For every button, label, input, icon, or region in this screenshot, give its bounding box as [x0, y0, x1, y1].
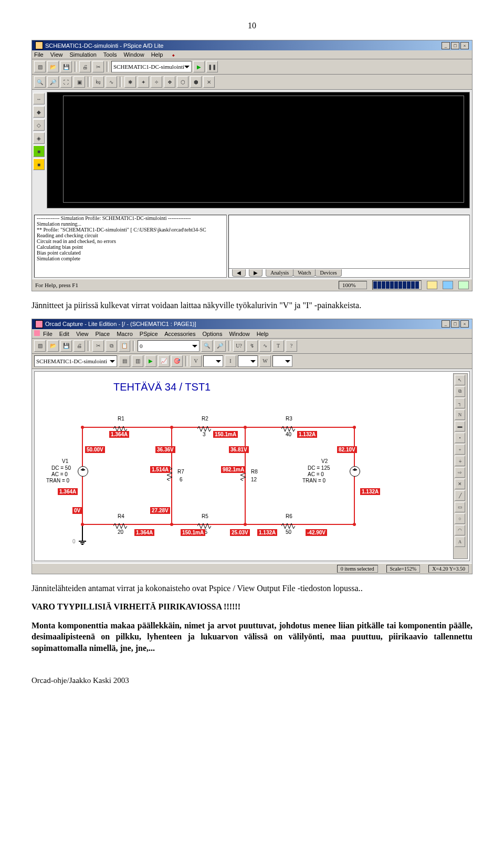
tool-g-icon[interactable]: ✕: [203, 76, 215, 88]
marker-icon[interactable]: 🎯: [171, 355, 183, 367]
cursor-icon[interactable]: ↔: [33, 93, 45, 104]
tool-f-icon[interactable]: ⬢: [190, 76, 202, 88]
paste-icon[interactable]: 📋: [119, 340, 130, 352]
ground-symbol[interactable]: [79, 538, 86, 545]
bus-icon[interactable]: ▬: [455, 421, 465, 432]
junction-icon[interactable]: •: [455, 433, 465, 443]
simulation-profile-dropdown[interactable]: SCHEMATIC1-DC-simulointi: [111, 61, 192, 72]
select-icon[interactable]: ↖: [455, 375, 465, 385]
v2-source[interactable]: [350, 466, 360, 477]
edit-sim-icon[interactable]: ▥: [132, 355, 143, 367]
part-icon[interactable]: ⧉: [455, 386, 465, 397]
power-icon[interactable]: +: [455, 444, 465, 455]
pause-icon[interactable]: ❚❚: [206, 61, 218, 72]
marker-1-icon[interactable]: ◆: [33, 106, 45, 118]
tool-d-icon[interactable]: ❖: [164, 76, 175, 88]
open-file-icon[interactable]: 📂: [47, 61, 59, 72]
save-icon[interactable]: 💾: [60, 61, 72, 72]
cut-icon[interactable]: ✂: [92, 340, 104, 352]
minimize-button[interactable]: _: [442, 42, 450, 49]
close-button[interactable]: ×: [460, 320, 469, 328]
marker-3-icon[interactable]: ◈: [33, 132, 45, 144]
menu-simulation[interactable]: Simulation: [70, 51, 97, 58]
marker-5-icon[interactable]: ■: [33, 159, 45, 170]
r3[interactable]: [281, 424, 295, 429]
new-sim-icon[interactable]: ▤: [119, 355, 130, 367]
tool-e-icon[interactable]: ⬡: [177, 76, 188, 88]
r1[interactable]: [113, 424, 127, 429]
menu-help[interactable]: Help: [151, 51, 163, 58]
scroll-right-icon[interactable]: ▶: [249, 269, 262, 277]
menu-tools[interactable]: Tools: [103, 51, 117, 58]
run-icon[interactable]: ▶: [193, 61, 205, 72]
i-dropdown[interactable]: [238, 355, 258, 367]
open-icon[interactable]: 📂: [47, 340, 59, 352]
marker-4-icon[interactable]: ■: [33, 145, 45, 157]
print-icon[interactable]: 🖨: [79, 61, 91, 72]
r4[interactable]: [113, 521, 127, 527]
u-button[interactable]: U?: [233, 340, 245, 352]
print-icon[interactable]: 🖨: [74, 340, 85, 352]
cut-icon[interactable]: ✂: [92, 61, 104, 72]
menu-window[interactable]: Window: [123, 51, 144, 58]
new-file-icon[interactable]: ▧: [34, 61, 46, 72]
circle-icon[interactable]: ○: [455, 513, 465, 524]
arc-icon[interactable]: ◠: [455, 525, 465, 535]
zoom-fit-icon[interactable]: ▣: [74, 76, 85, 88]
menu-place[interactable]: Place: [96, 331, 110, 337]
route-icon[interactable]: ↯: [246, 340, 258, 352]
marker-2-icon[interactable]: ◇: [33, 119, 45, 131]
zoom-dropdown[interactable]: 0: [138, 340, 200, 352]
line-icon[interactable]: ╱: [455, 490, 465, 501]
menu-options[interactable]: Options: [203, 331, 223, 337]
menu-view[interactable]: View: [76, 331, 89, 337]
i-marker-button[interactable]: I: [225, 355, 236, 367]
v-dropdown[interactable]: [203, 355, 223, 367]
sim-profile-dropdown[interactable]: SCHEMATIC1-DC-simulointi: [34, 355, 117, 367]
menu-window[interactable]: Window: [229, 331, 249, 337]
save-icon[interactable]: 💾: [60, 340, 72, 352]
wire-tool-icon[interactable]: ┐: [455, 398, 465, 408]
tab-watch[interactable]: Watch: [293, 269, 316, 277]
schematic-canvas[interactable]: ↖ ⧉ ┐ N ▬ • + ⏚ ⇨ ✕ ╱ ▭ ○ ◠ A TEHTÄVÄ 34…: [34, 371, 470, 561]
menu-accessories[interactable]: Accessories: [164, 331, 195, 337]
new-icon[interactable]: ▧: [34, 340, 46, 352]
zoom-out-icon[interactable]: 🔎: [47, 76, 59, 88]
w-marker-button[interactable]: W: [259, 355, 271, 367]
text-tool-icon[interactable]: A: [455, 536, 465, 547]
minimize-button[interactable]: _: [442, 320, 450, 328]
run-sim-icon[interactable]: ▶: [145, 355, 156, 367]
zoomin-icon[interactable]: 🔍: [201, 340, 213, 352]
tab-devices[interactable]: Devices: [315, 269, 341, 277]
w-dropdown[interactable]: [272, 355, 292, 367]
scroll-left-icon[interactable]: ◀: [232, 269, 246, 277]
menu-file[interactable]: File: [34, 51, 44, 58]
r5[interactable]: [197, 521, 211, 527]
view-results-icon[interactable]: 📈: [158, 355, 170, 367]
menu-view[interactable]: View: [50, 51, 63, 58]
net-icon[interactable]: N: [455, 409, 465, 420]
waveform-plot[interactable]: [47, 92, 470, 208]
zoom-area-icon[interactable]: ⛶: [60, 76, 72, 88]
log-x-icon[interactable]: ㏒: [92, 76, 104, 88]
zoomout-icon[interactable]: 🔎: [214, 340, 226, 352]
r2[interactable]: [197, 424, 211, 429]
tool-b-icon[interactable]: ✦: [138, 76, 149, 88]
wire-icon[interactable]: ∿: [259, 340, 271, 352]
menu-edit[interactable]: Edit: [59, 331, 69, 337]
tool-c-icon[interactable]: ✧: [151, 76, 162, 88]
noconn-icon[interactable]: ✕: [455, 479, 465, 489]
maximize-button[interactable]: □: [451, 320, 459, 328]
menu-pspice[interactable]: PSpice: [140, 331, 158, 337]
help-icon[interactable]: ?: [286, 340, 297, 352]
text-icon[interactable]: T: [272, 340, 284, 352]
zoom-in-icon[interactable]: 🔍: [34, 76, 46, 88]
maximize-button[interactable]: □: [451, 42, 459, 49]
offpage-icon[interactable]: ⇨: [455, 467, 465, 478]
copy-icon[interactable]: ⧉: [106, 340, 117, 352]
menu-file[interactable]: File: [43, 331, 52, 337]
tool-a-icon[interactable]: ✱: [124, 76, 136, 88]
r6[interactable]: [281, 521, 295, 527]
capture-menubar[interactable]: File Edit View Place Macro PSpice Access…: [32, 329, 472, 339]
v1-source[interactable]: [78, 466, 88, 477]
